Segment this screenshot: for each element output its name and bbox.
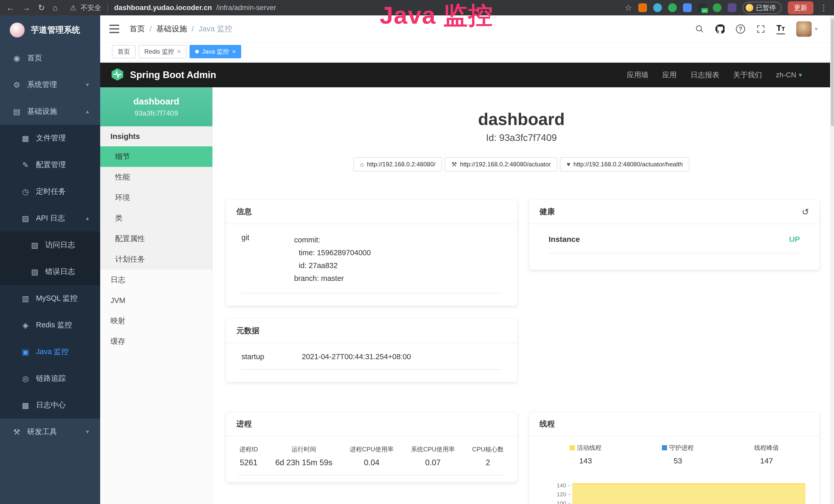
y-axis-tick-mark <box>568 485 571 486</box>
sba-nav-jvm[interactable]: JVM <box>100 290 213 311</box>
sba-nav-scheduled-tasks[interactable]: 计划任务 <box>100 249 213 270</box>
app-logo[interactable]: 芋道管理系统 <box>0 16 100 45</box>
sba-nav-journal[interactable]: 日志报表 <box>691 70 720 80</box>
table-row[interactable]: Instance UP <box>549 235 800 253</box>
forward-icon[interactable]: → <box>22 0 30 16</box>
bookmark-star-icon[interactable]: ☆ <box>625 0 632 16</box>
sidebar-item-log-center[interactable]: ▩ 日志中心 <box>0 392 100 418</box>
back-icon[interactable]: ← <box>6 0 14 16</box>
sidebar-item-label: 链路追踪 <box>36 373 66 384</box>
sba-nav-logs[interactable]: 日志 <box>100 270 213 290</box>
collapse-menu-icon[interactable] <box>109 25 119 33</box>
security-warning-icon: ⚠ <box>70 4 76 12</box>
scrollbar-thumb[interactable] <box>831 19 834 126</box>
tab-redis-monitor[interactable]: Redis 监控 × <box>139 45 186 58</box>
access-log-icon: ▧ <box>30 240 40 250</box>
tab-home[interactable]: 首页 <box>112 45 136 58</box>
active-dot <box>195 50 199 53</box>
extension-icon[interactable] <box>728 3 737 12</box>
y-axis-tick: 140 <box>540 482 566 489</box>
y-axis-tick-mark <box>568 494 571 495</box>
breadcrumb-infrastructure[interactable]: 基础设施 <box>156 24 187 34</box>
search-icon[interactable] <box>695 25 704 33</box>
sidebar-item-error-logs[interactable]: ▧ 错误日志 <box>0 258 100 285</box>
sba-nav-classes[interactable]: 类 <box>100 208 213 229</box>
legend-label: 活动线程 <box>577 444 601 452</box>
sidebar-item-java-monitor[interactable]: ▣ Java 监控 <box>0 338 100 365</box>
sidebar-item-dev-tools[interactable]: ⚒ 研发工具 ▾ <box>0 418 100 445</box>
reload-icon[interactable]: ↻ <box>38 0 45 16</box>
dashboard-icon: ◉ <box>12 54 22 63</box>
process-stats: 进程ID 5261 运行时间 6d 23h 15m 59s 进程CPU使用率 0… <box>238 444 505 476</box>
info-key: git <box>241 233 294 285</box>
sidebar-item-config-management[interactable]: ✎ 配置管理 <box>0 152 100 178</box>
stat-label: 运行时间 <box>275 445 332 453</box>
service-url-button[interactable]: ⌂ http://192.168.0.2:48080/ <box>353 157 442 171</box>
sidebar-item-label: 定时任务 <box>36 186 66 197</box>
user-menu[interactable]: ▾ <box>796 21 817 37</box>
sidebar-item-access-logs[interactable]: ▧ 访问日志 <box>0 232 100 258</box>
sba-nav-details[interactable]: 细节 <box>100 146 213 167</box>
sba-app-header[interactable]: dashboard 93a3fc7f7409 <box>100 87 213 126</box>
sba-nav-wallboard[interactable]: 应用墙 <box>627 70 649 80</box>
stat-label: 进程CPU使用率 <box>350 445 394 453</box>
paused-badge[interactable]: 已暂停 <box>743 2 782 14</box>
card-title: 信息 <box>236 206 252 217</box>
stat-process-cpu: 进程CPU使用率 0.04 <box>350 445 394 467</box>
service-url: http://192.168.0.2:48080/ <box>367 161 435 168</box>
sidebar-item-tracing[interactable]: ◎ 链路追踪 <box>0 365 100 392</box>
extension-icon[interactable] <box>668 3 677 12</box>
sidebar-item-mysql-monitor[interactable]: ▥ MySQL 监控 <box>0 285 100 312</box>
url-path: /infra/admin-server <box>216 4 276 12</box>
stat-pid: 进程ID 5261 <box>239 445 258 467</box>
sba-brand[interactable]: Spring Boot Admin <box>110 68 216 83</box>
sidebar-item-file-management[interactable]: ▦ 文件管理 <box>0 125 100 152</box>
close-icon[interactable]: × <box>232 48 236 55</box>
sidebar-item-redis-monitor[interactable]: ◈ Redis 监控 <box>0 312 100 338</box>
address-bar[interactable]: ⚠ 不安全 dashboard.yudao.iocoder.cn/infra/a… <box>70 3 617 12</box>
sba-nav-config-props[interactable]: 配置属性 <box>100 229 213 249</box>
history-icon[interactable]: ↺ <box>802 207 809 217</box>
home-icon[interactable]: ⌂ <box>53 0 58 16</box>
help-icon[interactable]: ? <box>736 24 745 33</box>
font-size-icon[interactable]: TT <box>776 23 785 35</box>
sba-nav-caches[interactable]: 缓存 <box>100 331 213 352</box>
extension-icon[interactable] <box>638 3 647 12</box>
stat-value: 0.07 <box>411 458 455 467</box>
sidebar-item-infrastructure[interactable]: ▤ 基础设施 ▴ <box>0 98 100 125</box>
legend-daemon-threads: 守护进程 53 <box>662 444 694 465</box>
fullscreen-icon[interactable] <box>756 25 765 33</box>
browser-menu-icon[interactable]: ⋮ <box>820 0 828 16</box>
metadata-card: 元数据 startup 2021-04-27T00:44:31.254+08:0… <box>226 319 517 382</box>
y-axis-tick-mark <box>568 503 571 504</box>
infrastructure-submenu: ▦ 文件管理 ✎ 配置管理 ◷ 定时任务 ▨ API 日志 ▴ ▧ 访问日志 ▧… <box>0 125 100 418</box>
close-icon[interactable]: × <box>177 48 181 55</box>
language-selector[interactable]: zh-CN ▾ <box>776 71 802 79</box>
info-card: 信息 git commit: time: 1596289704000 id: 2… <box>226 200 517 306</box>
sidebar-item-label: 系统管理 <box>27 79 57 90</box>
update-button[interactable]: 更新 <box>788 1 813 15</box>
sidebar-item-home[interactable]: ◉ 首页 <box>0 45 100 71</box>
github-icon[interactable] <box>715 24 725 33</box>
extension-icon[interactable] <box>683 3 692 12</box>
sidebar-item-system-management[interactable]: ⚙ 系统管理 ▾ <box>0 71 100 98</box>
sidebar-item-scheduled-jobs[interactable]: ◷ 定时任务 <box>0 178 100 205</box>
breadcrumb-home[interactable]: 首页 <box>129 24 145 34</box>
sba-nav-applications[interactable]: 应用 <box>662 70 677 80</box>
sba-nav-metrics[interactable]: 性能 <box>100 167 213 187</box>
redis-icon: ◈ <box>21 321 30 330</box>
scrollbar[interactable] <box>830 16 834 504</box>
sba-nav-mappings[interactable]: 映射 <box>100 311 213 331</box>
sidebar-item-label: 首页 <box>27 53 42 63</box>
sidebar-item-label: 研发工具 <box>27 427 57 437</box>
log-center-icon: ▩ <box>21 401 30 410</box>
tab-java-monitor[interactable]: Java 监控 × <box>190 45 241 58</box>
sba-nav-about[interactable]: 关于我们 <box>733 70 762 80</box>
extension-icon[interactable] <box>713 3 722 12</box>
extension-icon[interactable] <box>653 3 662 12</box>
actuator-url-button[interactable]: ⚒ http://192.168.0.2:48080/actuator <box>445 157 557 171</box>
sidebar-item-api-logs[interactable]: ▨ API 日志 ▴ <box>0 205 100 232</box>
sba-nav-environment[interactable]: 环境 <box>100 187 213 208</box>
health-url-button[interactable]: ♥ http://192.168.0.2:48080/actuator/heal… <box>560 157 689 171</box>
extension-icon[interactable]: on <box>698 3 707 12</box>
